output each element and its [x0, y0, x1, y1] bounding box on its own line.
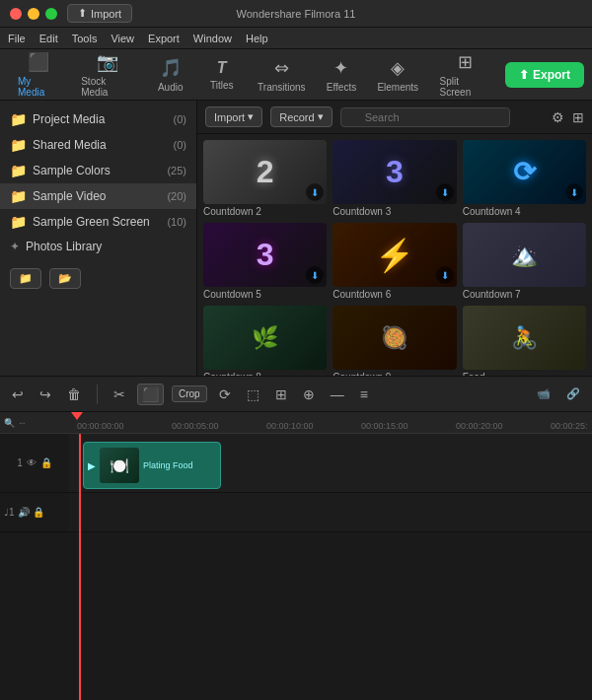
sidebar-item-sample-video[interactable]: 📁 Sample Video (20) — [0, 183, 196, 209]
separator — [97, 385, 98, 404]
crop-tooltip: Crop — [172, 385, 207, 402]
grid-view-icon[interactable]: ⊞ — [572, 109, 584, 125]
elements-icon: ◈ — [391, 57, 405, 79]
dropdown-arrow-icon: ▾ — [318, 110, 324, 123]
tab-split-screen[interactable]: ⊞ Split Screen — [430, 47, 501, 102]
dropdown-arrow-icon: ▾ — [248, 110, 254, 123]
track-video-controls: 1 👁 🔒 — [0, 434, 69, 493]
sidebar: 📁 Project Media (0) 📁 Shared Media (0) 📁… — [0, 101, 197, 376]
media-thumbnail: 3 ⬇ — [333, 140, 456, 204]
audio-lock-icon[interactable]: 🔒 — [33, 507, 44, 518]
app-title: Wondershare Filmora 11 — [237, 8, 356, 20]
tab-titles[interactable]: T Titles — [197, 55, 247, 95]
crop-button[interactable]: ⬛ — [137, 384, 164, 405]
filter-icon[interactable]: ⚙ — [552, 109, 564, 125]
ruler-mark-10: 00:00:10:00 — [266, 421, 314, 431]
menu-tools[interactable]: Tools — [72, 33, 98, 44]
export-button[interactable]: ⬆ Export — [505, 62, 584, 88]
smart-folder-button[interactable]: 📂 — [49, 268, 81, 289]
video-clip[interactable]: ▶ 🍽️ Plating Food — [83, 442, 221, 489]
ruler-mark-20: 00:00:20:00 — [456, 421, 503, 431]
layout-button[interactable]: ⊞ — [271, 385, 291, 404]
new-folder-button[interactable]: 📁 — [10, 268, 41, 289]
eye-icon[interactable]: 👁 — [27, 457, 37, 468]
undo-button[interactable]: ↩ — [8, 385, 28, 404]
video-track: ▶ 🍽️ Plating Food — [69, 434, 592, 493]
minimize-button[interactable] — [28, 8, 39, 20]
add-track-button[interactable]: 📹 — [533, 385, 555, 402]
sidebar-item-photos-library[interactable]: ✦ Photos Library — [0, 235, 196, 258]
list-item[interactable]: 🥘 Countdown 9 — [333, 306, 456, 376]
delete-button[interactable]: 🗑 — [63, 385, 85, 404]
download-icon: ⬇ — [436, 266, 454, 284]
import-dropdown-button[interactable]: Import ▾ — [205, 106, 262, 127]
folder-icon: 📁 — [10, 137, 27, 153]
folder-icon: 📁 — [10, 214, 27, 230]
rotate-button[interactable]: ⟳ — [215, 385, 235, 404]
video-clip-thumbnail: 🍽️ — [100, 448, 139, 483]
menu-file[interactable]: File — [8, 33, 26, 44]
playhead-line[interactable] — [79, 434, 81, 700]
folder-icon: 📁 — [10, 163, 27, 178]
tab-stock-media[interactable]: 📷 Stock Media — [71, 47, 144, 102]
fullscreen-button[interactable] — [45, 8, 57, 20]
cut-button[interactable]: ✂ — [110, 385, 129, 404]
media-toolbar: Import ▾ Record ▾ 🔍 ⚙ ⊞ — [197, 101, 592, 134]
settings-button[interactable]: ≡ — [356, 385, 372, 404]
tab-transitions[interactable]: ⇔ Transitions — [249, 53, 315, 97]
media-thumbnail: 3 ⬇ — [203, 223, 327, 287]
tab-effects[interactable]: ✦ Effects — [317, 53, 366, 97]
lock-icon[interactable]: 🔒 — [40, 457, 52, 468]
media-thumbnail: ⟳ ⬇ — [463, 140, 586, 204]
fit-icon[interactable]: ↔ — [18, 418, 27, 428]
ruler-mark-25: 00:00:25: — [551, 421, 588, 431]
main-content: 📁 Project Media (0) 📁 Shared Media (0) 📁… — [0, 101, 592, 377]
ruler-mark-5: 00:00:05:00 — [172, 421, 219, 431]
speaker-icon[interactable]: 🔊 — [18, 507, 30, 518]
marker-button[interactable]: 🔗 — [562, 385, 584, 402]
search-input[interactable] — [340, 107, 510, 127]
timeline-content: 🔍 ↔ 1 👁 🔒 ♩1 🔊 🔒 00:00:00:00 00:00:05:00 — [0, 412, 592, 700]
import-button[interactable]: ⬆ Import — [67, 4, 132, 23]
main-toolbar: ⬛ My Media 📷 Stock Media 🎵 Audio T Title… — [0, 49, 592, 101]
sidebar-item-shared-media[interactable]: 📁 Shared Media (0) — [0, 132, 196, 158]
add-button[interactable]: ⊕ — [299, 385, 319, 404]
folder-icon: 📁 — [10, 111, 27, 127]
tab-elements[interactable]: ◈ Elements — [368, 53, 428, 97]
minus-button[interactable]: — — [327, 385, 348, 404]
sidebar-item-sample-green-screen[interactable]: 📁 Sample Green Screen (10) — [0, 209, 196, 235]
timeline-ruler: 00:00:00:00 00:00:05:00 00:00:10:00 00:0… — [69, 412, 592, 434]
list-item[interactable]: 🚴 Food — [463, 306, 586, 376]
split-screen-icon: ⊞ — [458, 51, 473, 73]
list-item[interactable]: 3 ⬇ Countdown 5 — [203, 223, 327, 300]
list-item[interactable]: 🏔️ Countdown 7 — [463, 223, 586, 300]
sidebar-item-project-media[interactable]: 📁 Project Media (0) — [0, 106, 196, 132]
menu-help[interactable]: Help — [246, 33, 268, 44]
ruler-mark-0: 00:00:00:00 — [77, 421, 124, 431]
flip-button[interactable]: ⬚ — [243, 385, 263, 404]
media-grid: 2 ⬇ Countdown 2 3 ⬇ Countdown 3 ⟳ ⬇ Coun… — [197, 134, 592, 376]
download-icon: ⬇ — [436, 183, 454, 201]
record-dropdown-button[interactable]: Record ▾ — [270, 106, 332, 127]
zoom-icon[interactable]: 🔍 — [4, 418, 15, 428]
menu-export[interactable]: Export — [148, 33, 180, 44]
my-media-icon: ⬛ — [28, 51, 49, 73]
list-item[interactable]: ⟳ ⬇ Countdown 4 — [463, 140, 586, 217]
list-item[interactable]: 3 ⬇ Countdown 3 — [333, 140, 456, 217]
list-item[interactable]: ⚡ ⬇ Countdown 6 — [333, 223, 456, 300]
menu-view[interactable]: View — [111, 33, 134, 44]
close-button[interactable] — [10, 8, 22, 20]
track-number: 1 — [17, 457, 23, 468]
download-icon: ⬇ — [565, 183, 583, 201]
tab-audio[interactable]: 🎵 Audio — [146, 53, 195, 97]
tab-my-media[interactable]: ⬛ My Media — [8, 47, 69, 102]
sidebar-item-sample-colors[interactable]: 📁 Sample Colors (25) — [0, 158, 196, 183]
list-item[interactable]: 🌿 Countdown 8 — [203, 306, 327, 376]
menu-window[interactable]: Window — [193, 33, 232, 44]
list-item[interactable]: 2 ⬇ Countdown 2 — [203, 140, 327, 217]
redo-button[interactable]: ↪ — [36, 385, 55, 404]
effects-icon: ✦ — [333, 57, 348, 79]
menu-edit[interactable]: Edit — [39, 33, 58, 44]
timeline: ↩ ↪ 🗑 ✂ ⬛ Crop ⟳ ⬚ ⊞ ⊕ — ≡ 📹 🔗 🔍 ↔ 1 👁 — [0, 377, 592, 700]
transitions-icon: ⇔ — [274, 57, 289, 79]
